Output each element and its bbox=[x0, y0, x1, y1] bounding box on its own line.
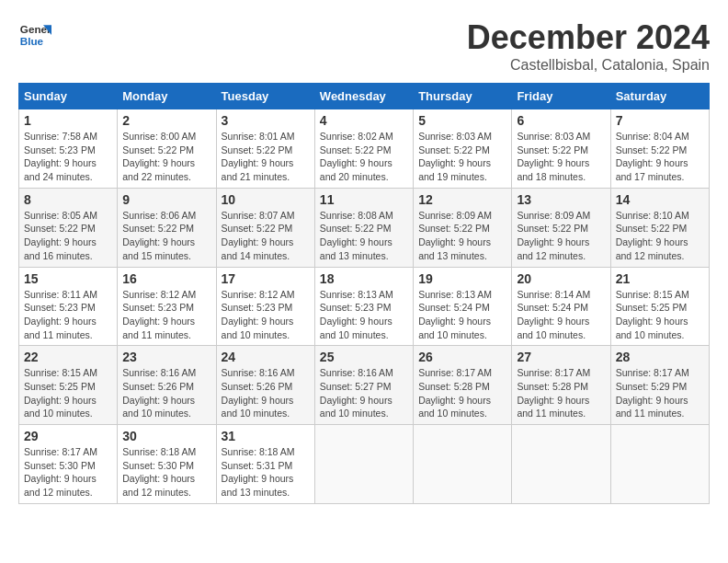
day-number: 14 bbox=[616, 192, 704, 207]
day-info: Sunrise: 8:03 AM Sunset: 5:22 PM Dayligh… bbox=[517, 130, 605, 184]
day-info: Sunrise: 8:06 AM Sunset: 5:22 PM Dayligh… bbox=[122, 209, 210, 263]
day-cell: 5Sunrise: 8:03 AM Sunset: 5:22 PM Daylig… bbox=[414, 109, 512, 189]
day-cell: 20Sunrise: 8:14 AM Sunset: 5:24 PM Dayli… bbox=[512, 267, 610, 346]
day-number: 19 bbox=[418, 271, 506, 286]
day-number: 15 bbox=[24, 271, 112, 286]
day-cell: 18Sunrise: 8:13 AM Sunset: 5:23 PM Dayli… bbox=[314, 267, 413, 346]
day-number: 22 bbox=[24, 350, 112, 364]
day-info: Sunrise: 8:17 AM Sunset: 5:30 PM Dayligh… bbox=[24, 445, 112, 500]
calendar-table: SundayMondayTuesdayWednesdayThursdayFrid… bbox=[18, 83, 710, 504]
location-title: Castellbisbal, Catalonia, Spain bbox=[467, 57, 710, 74]
day-cell: 7Sunrise: 8:04 AM Sunset: 5:22 PM Daylig… bbox=[610, 109, 709, 189]
day-cell: 17Sunrise: 8:12 AM Sunset: 5:23 PM Dayli… bbox=[216, 267, 314, 346]
day-info: Sunrise: 8:15 AM Sunset: 5:25 PM Dayligh… bbox=[616, 288, 704, 342]
day-number: 29 bbox=[24, 429, 112, 443]
day-cell: 31Sunrise: 8:18 AM Sunset: 5:31 PM Dayli… bbox=[216, 425, 314, 504]
day-number: 17 bbox=[222, 271, 310, 286]
day-info: Sunrise: 8:11 AM Sunset: 5:23 PM Dayligh… bbox=[24, 288, 112, 342]
day-number: 2 bbox=[122, 113, 210, 128]
day-number: 3 bbox=[222, 113, 310, 128]
day-cell: 27Sunrise: 8:17 AM Sunset: 5:28 PM Dayli… bbox=[512, 346, 610, 425]
day-info: Sunrise: 8:09 AM Sunset: 5:22 PM Dayligh… bbox=[418, 209, 506, 263]
day-info: Sunrise: 8:10 AM Sunset: 5:22 PM Dayligh… bbox=[616, 209, 704, 263]
day-cell: 19Sunrise: 8:13 AM Sunset: 5:24 PM Dayli… bbox=[414, 267, 512, 346]
day-number: 18 bbox=[320, 271, 408, 286]
day-info: Sunrise: 8:04 AM Sunset: 5:22 PM Dayligh… bbox=[616, 130, 704, 184]
day-info: Sunrise: 8:13 AM Sunset: 5:23 PM Dayligh… bbox=[320, 288, 408, 342]
day-info: Sunrise: 8:16 AM Sunset: 5:26 PM Dayligh… bbox=[222, 366, 310, 420]
week-row-4: 22Sunrise: 8:15 AM Sunset: 5:25 PM Dayli… bbox=[19, 346, 710, 425]
day-cell: 15Sunrise: 8:11 AM Sunset: 5:23 PM Dayli… bbox=[19, 267, 118, 346]
day-number: 24 bbox=[222, 350, 310, 364]
day-cell bbox=[414, 425, 512, 504]
title-section: December 2024 Castellbisbal, Catalonia, … bbox=[467, 18, 710, 74]
day-info: Sunrise: 8:03 AM Sunset: 5:22 PM Dayligh… bbox=[418, 130, 506, 184]
day-number: 4 bbox=[320, 113, 408, 128]
day-cell: 8Sunrise: 8:05 AM Sunset: 5:22 PM Daylig… bbox=[19, 188, 118, 267]
header-row: SundayMondayTuesdayWednesdayThursdayFrid… bbox=[19, 84, 710, 109]
day-cell: 11Sunrise: 8:08 AM Sunset: 5:22 PM Dayli… bbox=[314, 188, 413, 267]
day-cell: 14Sunrise: 8:10 AM Sunset: 5:22 PM Dayli… bbox=[610, 188, 709, 267]
header: General Blue December 2024 Castellbisbal… bbox=[18, 18, 710, 74]
day-info: Sunrise: 8:13 AM Sunset: 5:24 PM Dayligh… bbox=[418, 288, 506, 342]
day-number: 28 bbox=[616, 350, 704, 364]
day-number: 1 bbox=[24, 113, 112, 128]
header-cell-saturday: Saturday bbox=[610, 84, 709, 109]
day-info: Sunrise: 8:01 AM Sunset: 5:22 PM Dayligh… bbox=[222, 130, 310, 184]
page-container: General Blue December 2024 Castellbisbal… bbox=[18, 18, 710, 504]
day-cell: 13Sunrise: 8:09 AM Sunset: 5:22 PM Dayli… bbox=[512, 188, 610, 267]
logo: General Blue bbox=[18, 18, 51, 52]
header-cell-wednesday: Wednesday bbox=[314, 84, 413, 109]
day-info: Sunrise: 8:17 AM Sunset: 5:28 PM Dayligh… bbox=[418, 366, 506, 420]
day-info: Sunrise: 8:16 AM Sunset: 5:27 PM Dayligh… bbox=[320, 366, 408, 420]
day-cell: 9Sunrise: 8:06 AM Sunset: 5:22 PM Daylig… bbox=[118, 188, 216, 267]
day-info: Sunrise: 8:12 AM Sunset: 5:23 PM Dayligh… bbox=[122, 288, 210, 342]
day-cell: 26Sunrise: 8:17 AM Sunset: 5:28 PM Dayli… bbox=[414, 346, 512, 425]
week-row-2: 8Sunrise: 8:05 AM Sunset: 5:22 PM Daylig… bbox=[19, 188, 710, 267]
day-info: Sunrise: 8:08 AM Sunset: 5:22 PM Dayligh… bbox=[320, 209, 408, 263]
month-title: December 2024 bbox=[467, 18, 710, 57]
day-cell: 12Sunrise: 8:09 AM Sunset: 5:22 PM Dayli… bbox=[414, 188, 512, 267]
day-number: 6 bbox=[517, 113, 605, 128]
day-number: 21 bbox=[616, 271, 704, 286]
day-info: Sunrise: 8:12 AM Sunset: 5:23 PM Dayligh… bbox=[222, 288, 310, 342]
header-cell-friday: Friday bbox=[512, 84, 610, 109]
day-cell: 22Sunrise: 8:15 AM Sunset: 5:25 PM Dayli… bbox=[19, 346, 118, 425]
day-info: Sunrise: 8:05 AM Sunset: 5:22 PM Dayligh… bbox=[24, 209, 112, 263]
day-number: 26 bbox=[418, 350, 506, 364]
day-cell bbox=[610, 425, 709, 504]
day-info: Sunrise: 8:09 AM Sunset: 5:22 PM Dayligh… bbox=[517, 209, 605, 263]
day-number: 30 bbox=[122, 429, 210, 443]
header-cell-sunday: Sunday bbox=[19, 84, 118, 109]
day-info: Sunrise: 8:15 AM Sunset: 5:25 PM Dayligh… bbox=[24, 366, 112, 420]
day-info: Sunrise: 8:07 AM Sunset: 5:22 PM Dayligh… bbox=[222, 209, 310, 263]
svg-text:Blue: Blue bbox=[20, 35, 44, 47]
day-number: 27 bbox=[517, 350, 605, 364]
day-number: 10 bbox=[222, 192, 310, 207]
day-cell: 21Sunrise: 8:15 AM Sunset: 5:25 PM Dayli… bbox=[610, 267, 709, 346]
day-number: 20 bbox=[517, 271, 605, 286]
day-cell: 6Sunrise: 8:03 AM Sunset: 5:22 PM Daylig… bbox=[512, 109, 610, 189]
day-cell bbox=[512, 425, 610, 504]
day-cell: 1Sunrise: 7:58 AM Sunset: 5:23 PM Daylig… bbox=[19, 109, 118, 189]
day-number: 13 bbox=[517, 192, 605, 207]
day-number: 5 bbox=[418, 113, 506, 128]
day-info: Sunrise: 8:00 AM Sunset: 5:22 PM Dayligh… bbox=[122, 130, 210, 184]
day-cell: 30Sunrise: 8:18 AM Sunset: 5:30 PM Dayli… bbox=[118, 425, 216, 504]
day-info: Sunrise: 8:16 AM Sunset: 5:26 PM Dayligh… bbox=[122, 366, 210, 420]
day-info: Sunrise: 8:17 AM Sunset: 5:28 PM Dayligh… bbox=[517, 366, 605, 420]
week-row-5: 29Sunrise: 8:17 AM Sunset: 5:30 PM Dayli… bbox=[19, 425, 710, 504]
day-cell bbox=[314, 425, 413, 504]
day-info: Sunrise: 8:18 AM Sunset: 5:31 PM Dayligh… bbox=[222, 445, 310, 500]
day-cell: 25Sunrise: 8:16 AM Sunset: 5:27 PM Dayli… bbox=[314, 346, 413, 425]
week-row-1: 1Sunrise: 7:58 AM Sunset: 5:23 PM Daylig… bbox=[19, 109, 710, 189]
day-info: Sunrise: 8:18 AM Sunset: 5:30 PM Dayligh… bbox=[122, 445, 210, 500]
day-number: 23 bbox=[122, 350, 210, 364]
day-number: 31 bbox=[222, 429, 310, 443]
day-cell: 16Sunrise: 8:12 AM Sunset: 5:23 PM Dayli… bbox=[118, 267, 216, 346]
day-info: Sunrise: 7:58 AM Sunset: 5:23 PM Dayligh… bbox=[24, 130, 112, 184]
day-cell: 3Sunrise: 8:01 AM Sunset: 5:22 PM Daylig… bbox=[216, 109, 314, 189]
day-cell: 24Sunrise: 8:16 AM Sunset: 5:26 PM Dayli… bbox=[216, 346, 314, 425]
day-number: 7 bbox=[616, 113, 704, 128]
day-info: Sunrise: 8:17 AM Sunset: 5:29 PM Dayligh… bbox=[616, 366, 704, 420]
